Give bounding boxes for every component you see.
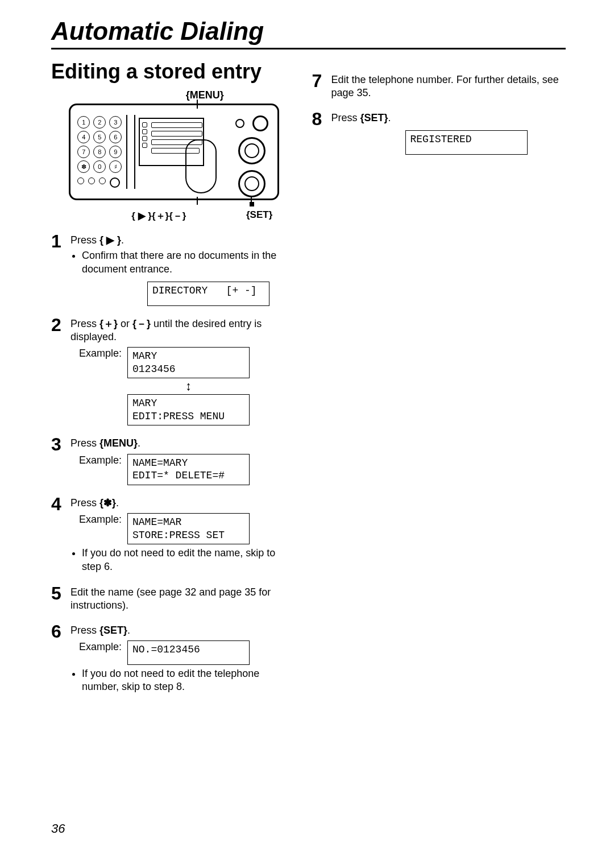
indicator-led (235, 119, 244, 128)
plus-key: {＋} (99, 318, 118, 329)
left-column: Editing a stored entry {MENU} 1 2 3 4 5 … (51, 60, 309, 695)
set-key: {SET} (99, 625, 127, 636)
lcd-readout: REGISTERED (405, 130, 528, 155)
lcd-readout: DIRECTORY [+ -] (147, 282, 269, 306)
step-note: Confirm that there are no documents in t… (82, 249, 297, 276)
hinge-bar (126, 115, 135, 189)
step-text: Press (70, 437, 99, 449)
step-text-end: . (127, 625, 130, 636)
small-button-4 (110, 177, 120, 188)
menu-button-label: {MENU} (130, 89, 279, 101)
key-5: 5 (93, 131, 106, 143)
step-text-end: . (121, 234, 124, 246)
step-number: 5 (51, 584, 70, 613)
step-note: If you do not need to edit the name, ski… (82, 547, 297, 573)
two-column-layout: Editing a stored entry {MENU} 1 2 3 4 5 … (51, 60, 566, 695)
step-text: Press (70, 497, 99, 509)
key-8: 8 (93, 146, 106, 158)
secondary-buttons (77, 177, 122, 188)
step-text-mid: or (118, 318, 132, 329)
navigation-pad (185, 139, 217, 193)
menu-key: {MENU} (99, 437, 138, 449)
step-text: Press (331, 112, 360, 123)
lcd-readout: NAME=MAR STORE:PRESS SET (127, 513, 250, 544)
key-0: 0 (93, 160, 106, 173)
key-hash: ♯ (109, 160, 122, 173)
step-number: 2 (51, 316, 70, 426)
manual-page: Automatic Dialing Editing a stored entry… (0, 0, 614, 868)
step-5: 5 Edit the name (see page 32 and page 35… (51, 586, 297, 613)
step-number: 4 (51, 495, 70, 574)
key-1: 1 (77, 116, 90, 129)
set-button-label: {SET} (246, 209, 272, 222)
step-8: 8 Press {SET}. REGISTERED (312, 111, 566, 155)
step-text: Edit the telephone number. For further d… (331, 74, 559, 98)
step-6: 6 Press {SET}. Example: NO.=0123456 If y… (51, 624, 297, 695)
minus-key: {－} (132, 318, 151, 329)
step-number: 7 (312, 72, 331, 100)
lcd-readout: MARY 0123456 (127, 347, 250, 378)
small-button-1 (77, 177, 84, 184)
step-7: 7 Edit the telephone number. For further… (312, 73, 566, 100)
up-down-arrow-icon: ↕ (127, 378, 250, 394)
set-key: {SET} (360, 112, 388, 123)
small-button-2 (88, 177, 95, 184)
page-number: 36 (51, 821, 65, 836)
step-text: Press (70, 318, 99, 329)
right-button-cluster (235, 115, 268, 206)
key-6: 6 (109, 131, 122, 143)
numeric-keypad: 1 2 3 4 5 6 7 8 9 ✽ 0 ♯ (77, 116, 122, 173)
round-button-3 (238, 170, 265, 197)
chapter-title: Automatic Dialing (51, 17, 566, 49)
lcd-readout: MARY EDIT:PRESS MENU (127, 394, 250, 425)
section-heading: Editing a stored entry (51, 60, 297, 84)
key-star: ✽ (77, 160, 90, 173)
step-text-end: . (116, 497, 119, 509)
leader-lines (69, 200, 279, 206)
small-button-3 (99, 177, 106, 184)
key-2: 2 (93, 116, 106, 129)
step-3: 3 Press {MENU}. Example: NAME=MARY EDIT=… (51, 437, 297, 485)
step-text-end: . (138, 437, 140, 449)
step-text-end: . (388, 112, 391, 123)
device-panel: 1 2 3 4 5 6 7 8 9 ✽ 0 ♯ (69, 104, 279, 200)
key-7: 7 (77, 146, 90, 158)
step-number: 3 (51, 435, 70, 485)
keypad-block: 1 2 3 4 5 6 7 8 9 ✽ 0 ♯ (77, 116, 122, 188)
example-label: Example: (70, 640, 122, 654)
step-number: 8 (312, 110, 331, 155)
key-4: 4 (77, 131, 90, 143)
device-panel-illustration: {MENU} 1 2 3 4 5 6 7 8 9 (69, 89, 279, 222)
nav-buttons-label: { ▶ }{＋}{－} (131, 209, 186, 222)
lcd-readout: NO.=0123456 (127, 640, 250, 665)
step-1: 1 Press { ▶ }. Confirm that there are no… (51, 234, 297, 306)
example-label: Example: (70, 454, 122, 467)
step-text: Press (70, 625, 99, 636)
round-button-2 (238, 137, 265, 164)
right-column: 7 Edit the telephone number. For further… (309, 60, 566, 695)
step-text: Edit the name (see page 32 and page 35 f… (70, 586, 271, 611)
right-arrow-key: { ▶ } (99, 234, 121, 246)
step-2: 2 Press {＋} or {－} until the desired ent… (51, 317, 297, 426)
key-9: 9 (109, 146, 122, 158)
step-text: Press (70, 234, 99, 246)
step-number: 6 (51, 622, 70, 695)
lcd-readout: NAME=MARY EDIT=* DELETE=# (127, 454, 250, 485)
step-note: If you do not need to edit the telephone… (82, 667, 297, 694)
example-label: Example: (70, 513, 122, 526)
example-label: Example: (70, 347, 122, 360)
step-4: 4 Press {✽}. Example: NAME=MAR STORE:PRE… (51, 497, 297, 574)
round-button-1 (252, 115, 268, 131)
step-number: 1 (51, 232, 70, 306)
star-key: {✽} (99, 497, 116, 509)
key-3: 3 (109, 116, 122, 129)
leader-line (197, 100, 198, 109)
